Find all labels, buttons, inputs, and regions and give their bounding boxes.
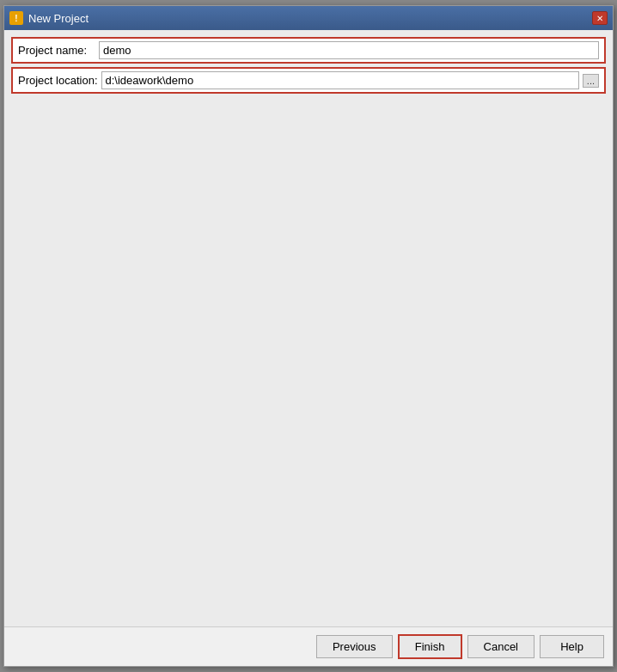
help-label: Help bbox=[560, 640, 583, 653]
project-name-label: Project name: bbox=[18, 44, 95, 57]
help-button[interactable]: Help bbox=[540, 635, 604, 658]
close-button[interactable]: ✕ bbox=[592, 11, 608, 25]
title-bar-controls: ✕ bbox=[592, 11, 608, 25]
project-name-row: Project name: bbox=[11, 37, 606, 64]
content-area: Project name: Project location: ... bbox=[4, 30, 613, 626]
project-location-row: Project location: ... bbox=[11, 67, 606, 94]
window-title: New Project bbox=[28, 12, 89, 25]
project-location-input[interactable] bbox=[101, 71, 579, 89]
new-project-dialog: ! New Project ✕ Project name: Project lo… bbox=[3, 5, 614, 667]
cancel-label: Cancel bbox=[484, 640, 518, 653]
finish-label: Finish bbox=[415, 640, 445, 653]
browse-button[interactable]: ... bbox=[583, 74, 599, 88]
previous-label: Previous bbox=[333, 640, 376, 653]
finish-button[interactable]: Finish bbox=[398, 634, 462, 659]
project-location-label: Project location: bbox=[18, 74, 98, 87]
project-name-input[interactable] bbox=[99, 41, 599, 59]
footer: Previous Finish Cancel Help bbox=[4, 626, 613, 666]
title-bar: ! New Project ✕ bbox=[4, 6, 613, 30]
cancel-button[interactable]: Cancel bbox=[467, 635, 535, 658]
app-icon: ! bbox=[9, 11, 23, 25]
previous-button[interactable]: Previous bbox=[316, 635, 393, 658]
title-bar-left: ! New Project bbox=[9, 11, 89, 25]
main-body bbox=[11, 97, 606, 620]
